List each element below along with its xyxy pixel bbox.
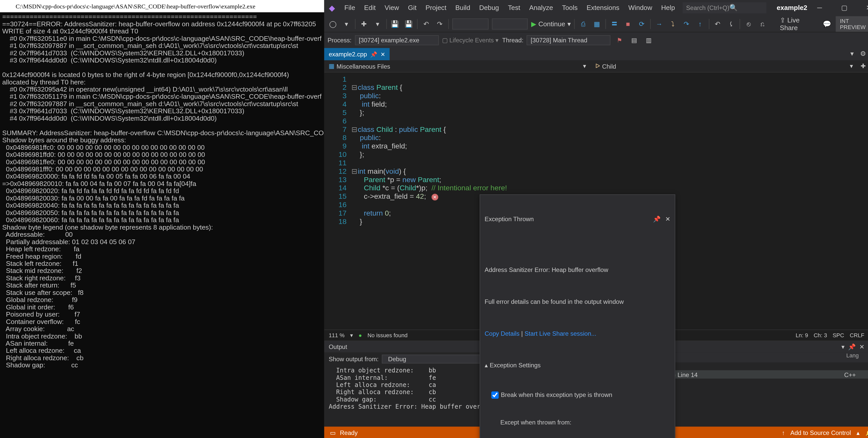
live-share-button[interactable]: ⇪ Live Share	[778, 16, 818, 31]
cs-dropdown-icon[interactable]: ▾	[841, 343, 845, 350]
notifications-icon[interactable]: 🔔₂	[865, 429, 868, 436]
undo-icon[interactable]: ↶	[421, 18, 431, 29]
save-all-icon[interactable]: 💾	[403, 18, 414, 29]
process-label: Process:	[328, 37, 352, 43]
menu-test[interactable]: Test	[503, 0, 525, 15]
output-title: Output	[329, 343, 347, 350]
live-share-icon: ⇪	[780, 16, 787, 24]
step-into-icon[interactable]: →	[654, 18, 664, 29]
nav-member-dropdown[interactable]: ᐅChild▾	[591, 60, 858, 72]
int-preview-badge: INT PREVIEW	[835, 16, 868, 31]
editor-tabs: example2.cpp 📌 ✕ ▾ ⚙	[324, 48, 868, 60]
source-control-icon: ↑	[782, 429, 785, 436]
stop-icon[interactable]: ■	[623, 18, 633, 29]
spaces-indicator: SPC	[833, 332, 844, 338]
dbg-icon-2[interactable]: ▦	[592, 18, 602, 29]
search-placeholder: Search (Ctrl+Q)	[686, 5, 729, 11]
exception-pin-icon[interactable]: 📌	[653, 215, 661, 224]
menu-edit[interactable]: Edit	[360, 0, 380, 15]
cs-pin-icon[interactable]: 📌	[848, 343, 856, 350]
maximize-button[interactable]: ▢	[832, 0, 857, 15]
step-over-icon[interactable]: ↷	[681, 18, 691, 29]
feedback-icon[interactable]: 💬	[822, 18, 832, 29]
search-icon: 🔍	[729, 4, 738, 12]
lifecycle-events[interactable]: ▢ Lifecycle Events ▾	[442, 36, 499, 44]
menu-project[interactable]: Project	[421, 0, 451, 15]
process-dropdown[interactable]: [30724] example2.exe	[355, 35, 439, 45]
split-icon[interactable]: ✚	[858, 60, 868, 71]
debug-location-toolbar: Process: [30724] example2.exe ▢ Lifecycl…	[324, 32, 868, 48]
tab-settings-icon[interactable]: ⚙	[858, 48, 868, 59]
close-button[interactable]: ✕	[857, 0, 868, 15]
menu-window[interactable]: Window	[624, 0, 656, 15]
platform-dropdown[interactable]	[492, 18, 528, 29]
menu-build[interactable]: Build	[451, 0, 474, 15]
ready-icon: ▭	[330, 429, 336, 436]
dbg-icon-d[interactable]: ⎌	[757, 18, 767, 29]
nav-fwd-icon[interactable]: ▾	[341, 18, 351, 29]
new-icon[interactable]: ✚	[359, 18, 369, 29]
misc-icon[interactable]: ▥	[643, 35, 654, 46]
exception-popup: Exception Thrown 📌 ✕ Address Sanitizer E…	[479, 194, 675, 438]
dbg-icon-c[interactable]: ⎋	[744, 18, 754, 29]
menu-debug[interactable]: Debug	[475, 0, 503, 15]
visual-studio-window: ◆ File Edit View Git Project Build Debug…	[324, 0, 868, 438]
cs-close-icon[interactable]: ✕	[859, 343, 864, 350]
code-editor[interactable]: 123456789101112131415161718 ⊟class Paren…	[324, 73, 868, 330]
dbg-icon-b[interactable]: ⤹	[726, 18, 736, 29]
menu-help[interactable]: Help	[656, 0, 679, 15]
lineend-indicator: CRLF	[849, 332, 864, 338]
menu-tools[interactable]: Tools	[557, 0, 582, 15]
config-dropdown[interactable]	[452, 18, 488, 29]
menu-analyze[interactable]: Analyze	[525, 0, 558, 15]
menu-view[interactable]: View	[380, 0, 403, 15]
add-source-control[interactable]: Add to Source Control	[790, 429, 851, 436]
exception-close-icon[interactable]: ✕	[665, 215, 670, 224]
tab-overflow-icon[interactable]: ▾	[846, 48, 858, 59]
status-ready: Ready	[340, 429, 358, 436]
dbg-icon-a[interactable]: ↶	[712, 18, 723, 29]
code-content[interactable]: ⊟class Parent { public: int field; }; ⊟c…	[351, 73, 868, 330]
pause-icon[interactable]: 〓	[609, 18, 620, 29]
restart-icon[interactable]: ⟳	[637, 18, 647, 29]
line-gutter: 123456789101112131415161718	[324, 73, 351, 330]
show-next-icon[interactable]: ⤵	[668, 18, 678, 29]
flag-icon[interactable]: ⚑	[614, 35, 625, 46]
thread-label: Thread:	[502, 37, 524, 43]
console-window: C:\MSDN\cpp-docs-pr\docs\c-language\ASAN…	[0, 0, 324, 438]
console-title: C:\MSDN\cpp-docs-pr\docs\c-language\ASAN…	[0, 0, 324, 12]
step-out-icon[interactable]: ↑	[695, 18, 705, 29]
nav-scope-dropdown[interactable]: ▦Miscellaneous Files▾	[324, 60, 591, 72]
search-input[interactable]: Search (Ctrl+Q) 🔍	[683, 2, 767, 13]
exception-settings-header[interactable]: ▴ Exception Settings	[485, 361, 670, 370]
dbg-icon-1[interactable]: ⎙	[578, 18, 588, 29]
continue-button[interactable]: ▶ Continue ▾	[531, 20, 571, 28]
pin-icon[interactable]: 📌	[370, 51, 377, 57]
exception-details: Full error details can be found in the o…	[485, 298, 670, 306]
cs-col-lang[interactable]: Lang	[846, 352, 859, 362]
zoom-level[interactable]: 111 %	[329, 332, 344, 338]
menu-file[interactable]: File	[340, 0, 360, 15]
menu-git[interactable]: Git	[403, 0, 421, 15]
tab-example2[interactable]: example2.cpp 📌 ✕	[324, 48, 390, 60]
standard-toolbar: ◯ ▾ ✚ ▾ 💾 💾 ↶ ↷ ▶ Continue ▾ ⎙ ▦ 〓 ■	[324, 15, 868, 32]
close-tab-icon[interactable]: ✕	[380, 51, 385, 57]
solution-name: example2	[777, 4, 807, 12]
menu-extensions[interactable]: Extensions	[582, 0, 624, 15]
line-indicator: Ln: 9	[796, 332, 808, 338]
stack-icon[interactable]: ▤	[628, 35, 640, 46]
nav-back-icon[interactable]: ◯	[328, 18, 338, 29]
break-when-checkbox[interactable]	[491, 391, 498, 399]
start-liveshare-link[interactable]: Start Live Share session...	[525, 330, 596, 337]
ok-icon: ●	[359, 332, 362, 338]
titlebar: ◆ File Edit View Git Project Build Debug…	[324, 0, 868, 15]
show-output-label: Show output from:	[329, 356, 378, 362]
save-icon[interactable]: 💾	[390, 18, 400, 29]
copy-details-link[interactable]: Copy Details	[485, 330, 520, 337]
open-icon[interactable]: ▾	[372, 18, 382, 29]
thread-dropdown[interactable]: [30728] Main Thread	[527, 35, 611, 45]
minimize-button[interactable]: ─	[807, 0, 832, 15]
error-icon[interactable]	[432, 194, 438, 200]
redo-icon[interactable]: ↷	[435, 18, 445, 29]
play-icon: ▶	[531, 20, 536, 28]
